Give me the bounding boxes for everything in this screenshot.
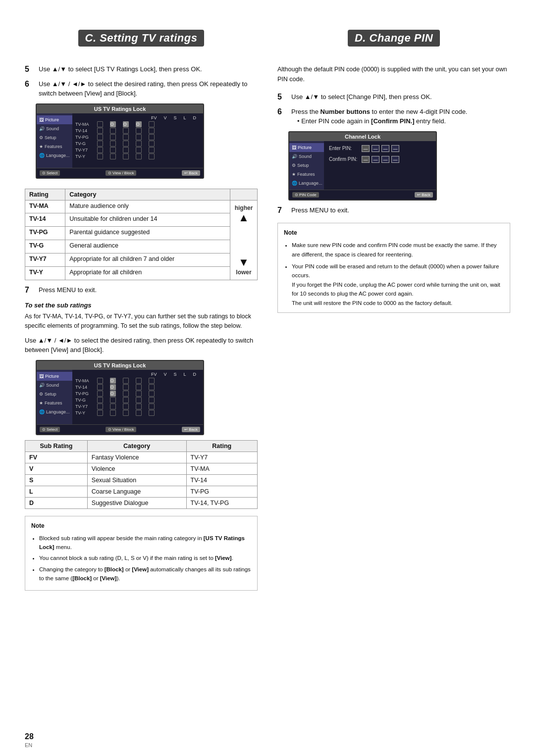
sub-section-title: To set the sub ratings [25, 302, 258, 309]
tv-footer-1: ⊙ Select ⊙ View / Block ↩ Back [37, 168, 203, 178]
step-5-right-text: Use ▲/▼ to select [Change PIN], then pre… [291, 92, 432, 102]
table-row: TV-Y7 Appropriate for all children 7 and… [25, 253, 258, 266]
confirm-pin-box-4: — [391, 156, 399, 163]
tv-sidebar-sound: 🔊Sound [37, 124, 72, 133]
pin-box-3: — [381, 145, 389, 152]
sub-ratings-table: Sub Rating Category Rating FV Fantasy Vi… [25, 440, 258, 509]
table-row: TV-MA Mature audience only higher ▲ [25, 200, 258, 213]
page-number: 28 [25, 732, 34, 741]
confirm-pin-box-1: — [362, 156, 370, 163]
tv-screen-2-title: US TV Ratings Lock [37, 361, 203, 370]
step-5-num: 5 [25, 65, 36, 74]
tv-grid-header: FVVSLD [75, 115, 200, 120]
tv-footer-2: ⊙ Select ⊙ View / Block ↩ Back [37, 424, 203, 434]
tv-sidebar-language: 🌐Language... [37, 151, 72, 160]
table-row: TV-G General audience [25, 240, 258, 253]
page-lang: EN [25, 742, 32, 748]
step-6: 6 Use ▲/▼ / ◄/► to select the desired ra… [25, 79, 258, 99]
col-category: Category [65, 189, 230, 200]
step-6-text: Use ▲/▼ / ◄/► to select the desired rati… [39, 79, 258, 99]
step-6-right-text: Press the Number buttons to enter the ne… [291, 107, 467, 126]
tv-sidebar2-features: ★Features [37, 399, 72, 407]
enter-pin-field: Enter PIN: — — — — [329, 145, 431, 152]
sub-table-row: V Violence TV-MA [25, 463, 258, 474]
tv-screen-1-title: US TV Ratings Lock [37, 104, 203, 113]
sub-table-row: L Coarse Language TV-PG [25, 486, 258, 497]
left-note-box: Note Blocked sub rating will appear besi… [25, 516, 258, 591]
sub-table-row: S Sexual Situation TV-14 [25, 474, 258, 486]
channel-main: Enter PIN: — — — — Confirm PIN: — [324, 141, 436, 190]
sub-table-row: D Suggestive Dialogue TV-14, TV-PG [25, 497, 258, 508]
step-6-num: 6 [25, 80, 36, 89]
ch-sidebar-picture: 🖼Picture [289, 143, 324, 152]
step-7-left-text: Press MENU to exit. [39, 285, 97, 295]
tv-screen-1: US TV Ratings Lock 🖼Picture 🔊Sound ⚙Setu… [36, 103, 204, 179]
col-sub-rating: Sub Rating [25, 440, 88, 452]
bold-number-buttons: Number buttons [321, 108, 370, 115]
tv-sidebar-picture: 🖼Picture [37, 115, 72, 124]
channel-sidebar: 🖼Picture 🔊Sound ⚙Setup ★Features 🌐Langua… [289, 141, 324, 190]
higher-label: higher [235, 204, 253, 211]
tv-sidebar-2: 🖼Picture 🔊Sound ⚙Setup ★Features 🌐Langua… [37, 370, 72, 424]
ch-sidebar-sound: 🔊Sound [289, 152, 324, 161]
right-note-item-2: Your PIN code will be erased and return … [292, 262, 504, 307]
right-column: D. Change PIN Although the default PIN c… [277, 30, 510, 591]
tv-sidebar2-language: 🌐Language... [37, 407, 72, 416]
channel-title: Channel Lock [289, 132, 436, 141]
left-note-item-2: You cannot block a sub rating (D, L, S o… [39, 554, 251, 562]
right-intro: Although the default PIN code (0000) is … [277, 64, 510, 84]
left-note-title: Note [31, 521, 251, 531]
col-sub-rating-val: Rating [186, 440, 257, 452]
section-title-c: C. Setting TV ratings [78, 30, 205, 47]
table-row: TV-14 Unsuitable for children under 14 [25, 213, 258, 227]
pin-box-1: — [362, 145, 370, 152]
left-column: C. Setting TV ratings 5 Use ▲/▼ to selec… [25, 30, 258, 591]
step-5-right-num: 5 [277, 93, 288, 101]
tv-sidebar2-picture: 🖼Picture [37, 372, 72, 381]
pin-box-2: — [372, 145, 379, 152]
enter-pin-label: Enter PIN: [329, 146, 359, 151]
section-title-d: D. Change PIN [348, 30, 440, 47]
step-5: 5 Use ▲/▼ to select [US TV Ratings Lock]… [25, 64, 258, 74]
step-5-right: 5 Use ▲/▼ to select [Change PIN], then p… [277, 92, 510, 102]
step-6-right-num: 6 [277, 107, 288, 116]
tv-sidebar-features: ★Features [37, 142, 72, 151]
col-arrow [230, 189, 258, 200]
step-7-left-num: 7 [25, 286, 36, 295]
right-note-box: Note Make sure new PIN code and confirm … [277, 223, 510, 313]
confirm-pin-label: Confirm PIN: [329, 156, 359, 162]
step-7-right-text: Press MENU to exit. [291, 205, 349, 215]
tv-sidebar-setup: ⚙Setup [37, 133, 72, 142]
step-7-left: 7 Press MENU to exit. [25, 285, 258, 295]
table-row: TV-Y Appropriate for all children [25, 266, 258, 280]
step-5-text: Use ▲/▼ to select [US TV Ratings Lock], … [39, 64, 202, 74]
lower-label: lower [236, 269, 251, 276]
tv-grid-header-2: FVVSLD [75, 372, 200, 377]
channel-footer: ⊙ PIN Code ↩ Back [289, 190, 436, 200]
tv-sidebar-1: 🖼Picture 🔊Sound ⚙Setup ★Features 🌐Langua… [37, 113, 72, 168]
sub-step-text: Use ▲/▼ / ◄/► to select the desired rati… [25, 336, 258, 355]
table-row: TV-PG Parental guidance suggested [25, 227, 258, 240]
left-note-item-1: Blocked sub rating will appear beside th… [39, 534, 251, 552]
sub-section-text: As for TV-MA, TV-14, TV-PG, or TV-Y7, yo… [25, 312, 258, 331]
col-rating: Rating [25, 189, 65, 200]
ch-sidebar-features: ★Features [289, 170, 324, 179]
right-note-list: Make sure new PIN code and confirm PIN c… [284, 241, 504, 307]
right-note-title: Note [284, 228, 504, 238]
step-7-right-num: 7 [277, 206, 288, 215]
confirm-pin-box-2: — [372, 156, 379, 163]
step-6-right: 6 Press the Number buttons to enter the … [277, 107, 510, 126]
right-note-item-1: Make sure new PIN code and confirm PIN c… [292, 241, 504, 259]
ratings-table: Rating Category TV-MA Mature audience on… [25, 189, 258, 280]
pin-box-4: — [391, 145, 399, 152]
tv-main-2: FVVSLD TV-MA TV-14 TV-PG TV-G TV-Y7 TV-Y [72, 370, 203, 424]
sub-table-row: FV Fantasy Violence TV-Y7 [25, 452, 258, 463]
confirm-pin-box-3: — [381, 156, 389, 163]
tv-screen-2: US TV Ratings Lock 🖼Picture 🔊Sound ⚙Setu… [36, 360, 204, 435]
left-note-item-3: Changing the category to [Block] or [Vie… [39, 565, 251, 583]
tv-main-1: FVVSLD TV-MA TV-14 TV-PG TV-G TV-Y7 TV-Y [72, 113, 203, 168]
col-sub-category: Category [87, 440, 186, 452]
tv-sidebar2-setup: ⚙Setup [37, 390, 72, 399]
left-note-list: Blocked sub rating will appear beside th… [31, 534, 251, 583]
ch-sidebar-setup: ⚙Setup [289, 161, 324, 170]
